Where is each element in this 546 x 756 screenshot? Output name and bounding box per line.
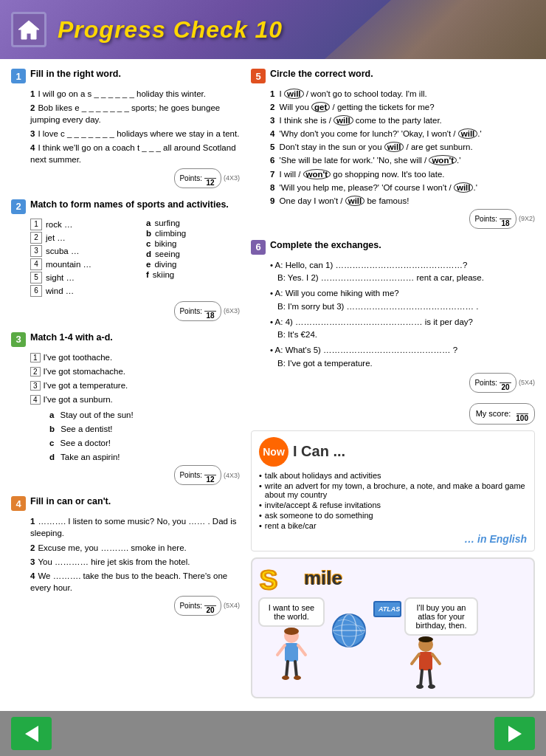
s3-answer-c: c See a doctor!: [49, 437, 240, 449]
s4-item-1: 1………. I listen to some music? No, you ………: [30, 515, 240, 539]
match-answer-f: f skiing: [146, 270, 240, 279]
exchange-1: • A: Hello, can 1) ………………………………………? B: Y…: [270, 259, 535, 285]
smile-scene: I want to see the world.: [258, 597, 528, 691]
section-1-num: 1: [11, 69, 26, 83]
back-arrow-icon: [21, 723, 43, 745]
section-2-num: 2: [11, 199, 26, 214]
svg-rect-17: [419, 652, 432, 670]
header: Progress Check 10: [0, 0, 546, 59]
match-answer-d: d seeing: [146, 250, 240, 258]
section-6-points: Points: 20 (5X4): [270, 373, 535, 393]
match-left: 1 rock … 2 jet … 3 scuba … 4 mountain … …: [30, 219, 124, 298]
svg-marker-25: [508, 726, 522, 742]
header-bg: [325, 0, 546, 59]
s1-item-4: 4I think we'll go on a coach t _ _ _ all…: [30, 142, 240, 165]
s1-item-3: 3I love c _ _ _ _ _ _ _ holidays where w…: [30, 128, 240, 140]
section-6: 6 Complete the exchanges. • A: Hello, ca…: [251, 239, 535, 393]
match-row-3: 3 scuba …: [30, 245, 124, 257]
section-5: 5 Circle the correct word. 1 I will / wo…: [251, 68, 535, 229]
match-answer-a: a surfing: [146, 219, 240, 227]
match-right: a surfing b climbing c biking d seeing e…: [146, 219, 240, 298]
s5-item-9: 9 One day I won't / will be famous!: [270, 195, 535, 207]
left-speech-area: I want to see the world.: [258, 597, 325, 682]
svg-marker-0: [18, 21, 39, 39]
back-button[interactable]: [11, 717, 52, 750]
nav-bar: [0, 711, 546, 756]
match-row-6: 6 wind …: [30, 285, 124, 297]
exchange-2: • A: Will you come hiking with me? B: I'…: [270, 287, 535, 313]
section-4: 4 Fill in can or can't. 1………. I listen t…: [11, 495, 240, 616]
globe-icon: [331, 612, 367, 649]
page-title: Progress Check 10: [58, 16, 283, 44]
atlas-book: ATLAS: [373, 601, 401, 617]
svg-point-10: [294, 676, 301, 680]
section-5-title: Circle the correct word.: [270, 68, 373, 80]
s5-item-3: 3 I think she is / will come to the part…: [270, 114, 535, 126]
match-row-1: 1 rock …: [30, 219, 124, 230]
s5-item-1: 1 I will / won't go to school today. I'm…: [270, 88, 535, 100]
section-6-title: Complete the exchanges.: [270, 239, 381, 251]
svg-point-16: [418, 636, 433, 642]
svg-line-21: [429, 670, 431, 686]
left-column: 1 Fill in the right word. 1I will go on …: [11, 68, 240, 698]
main-content: 1 Fill in the right word. 1I will go on …: [0, 59, 546, 707]
home-button[interactable]: [11, 12, 46, 47]
s3-item-4: 4I've got a sunburn.: [30, 394, 240, 405]
match-table: 1 rock … 2 jet … 3 scuba … 4 mountain … …: [30, 219, 240, 298]
globe-area: [331, 612, 367, 649]
match-answer-e: e diving: [146, 260, 240, 269]
s3-item-2: 2I've got stomachache.: [30, 365, 240, 377]
s5-item-7: 7 I will / won't go shopping now. It's t…: [270, 168, 535, 180]
section-4-title: Fill in can or can't.: [30, 495, 111, 507]
svg-point-3: [284, 628, 299, 635]
svg-line-8: [295, 662, 297, 677]
section-5-points: Points: 18 (9X2): [270, 209, 535, 229]
section-2-points: Points: 18 (6X3): [30, 301, 240, 321]
character-1: [272, 627, 312, 682]
now-item-3: •invite/accept & refuse invitations: [259, 501, 527, 509]
match-row-2: 2 jet …: [30, 232, 124, 244]
s5-item-8: 8 'Will you help me, please?' 'Of course…: [270, 182, 535, 193]
section-1-points: Points: 12 (4X3): [30, 168, 240, 188]
section-4-num: 4: [11, 496, 26, 511]
now-i-can-section: Now I Can ... •talk about holidays and a…: [251, 430, 535, 551]
s1-item-2: 2Bob likes e _ _ _ _ _ _ _ sports; he go…: [30, 102, 240, 126]
section-3-points: Points: 12 (4X3): [30, 465, 240, 485]
match-row-4: 4 mountain …: [30, 258, 124, 270]
svg-line-18: [412, 654, 419, 664]
now-item-5: •rent a bike/car: [259, 521, 527, 530]
s3-item-3: 3I've got a temperature.: [30, 379, 240, 391]
s4-item-4: 4We ………. take the bus to the beach. Ther…: [30, 570, 240, 594]
my-score-box: My score: 100: [469, 403, 535, 425]
section-5-num: 5: [251, 69, 266, 83]
section-1: 1 Fill in the right word. 1I will go on …: [11, 68, 240, 188]
s5-item-5: 5 Don't stay in the sun or you will / ar…: [270, 141, 535, 153]
forward-arrow-icon: [504, 723, 526, 745]
svg-point-22: [416, 684, 424, 689]
s5-item-6: 6 'She will be late for work.' 'No, she …: [270, 154, 535, 166]
match-row-5: 5 sight …: [30, 272, 124, 284]
section-3-title: Match 1-4 with a-d.: [30, 331, 113, 343]
svg-line-5: [277, 645, 285, 655]
forward-button[interactable]: [494, 717, 535, 750]
s3-answer-a: a Stay out of the sun!: [49, 409, 240, 421]
section-2: 2 Match to form names of sports and acti…: [11, 199, 240, 321]
svg-text:S: S: [260, 566, 277, 593]
svg-point-23: [428, 684, 435, 689]
s3-item-1: 1I've got toothache.: [30, 351, 240, 363]
section-2-title: Match to form names of sports and activi…: [30, 199, 229, 210]
section-6-num: 6: [251, 240, 266, 255]
svg-point-9: [282, 676, 289, 680]
smile-s-icon: S: [258, 565, 303, 593]
svg-marker-24: [25, 726, 38, 742]
now-item-1: •talk about holidays and activities: [259, 471, 527, 480]
s3-answer-d: d Take an aspirin!: [49, 451, 240, 463]
in-english-label: … in English: [259, 533, 527, 545]
character-2: [406, 636, 446, 691]
match-answer-c: c biking: [146, 239, 240, 248]
exchange-3: • A: 4) ……………………………………… is it per day? B…: [270, 316, 535, 342]
smile-section: S mile I want to see the world.: [251, 557, 535, 698]
now-title: I Can ...: [293, 443, 345, 460]
exchange-4: • A: What's 5) ……………………………………… ? B: I've…: [270, 344, 535, 370]
speech-bubble-left: I want to see the world.: [258, 597, 325, 627]
